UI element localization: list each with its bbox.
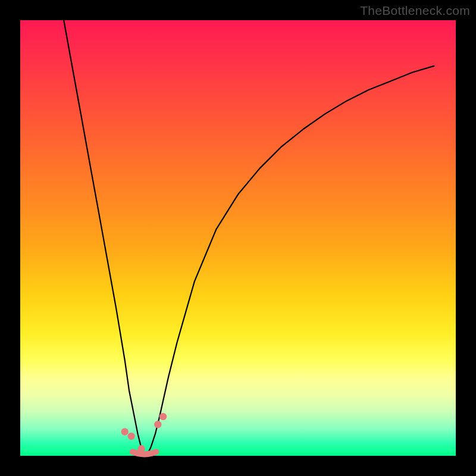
highlight-arc: [133, 452, 156, 454]
marker-dot: [128, 433, 135, 440]
watermark-text: TheBottleneck.com: [360, 4, 470, 18]
marker-dot: [154, 421, 161, 428]
curve-layer: [20, 20, 456, 456]
marker-dot: [159, 413, 167, 420]
bottleneck-curve: [64, 20, 434, 456]
marker-dot: [121, 428, 129, 436]
chart-frame: TheBottleneck.com: [0, 0, 476, 476]
marker-dot: [137, 445, 145, 452]
highlight-dots: [121, 413, 167, 453]
